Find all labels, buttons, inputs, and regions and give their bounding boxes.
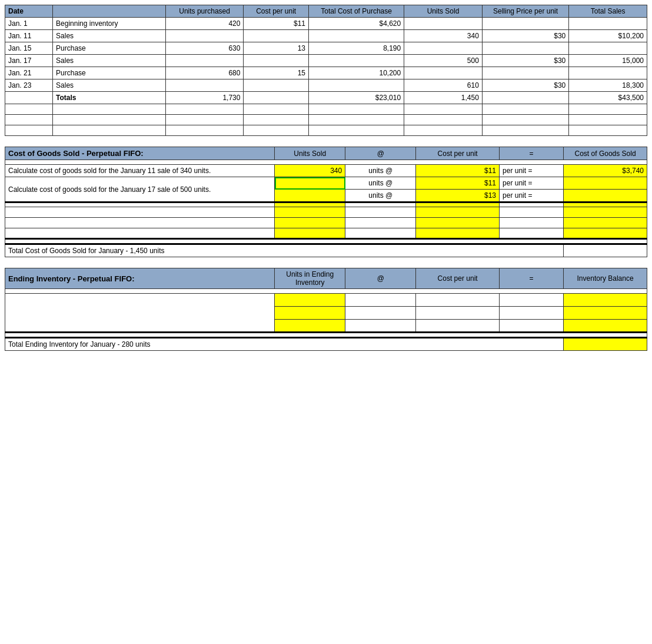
unitsSold-cell-1: 340 [404, 30, 483, 42]
unitsPurchased-cell-2: 630 [165, 42, 244, 55]
ending-cost-2 [416, 307, 500, 320]
jan17-label: Calculate cost of goods sold for the Jan… [5, 177, 275, 203]
ending-at-3 [345, 320, 416, 333]
event-cell-0: Beginning inventory [53, 18, 166, 30]
cogs-empty-1 [5, 203, 647, 207]
cogs-sep [5, 239, 647, 244]
cogs-empty-3 [5, 218, 647, 228]
totalSales-cell-5: 18,300 [569, 79, 647, 92]
cogs-total-label: Total Cost of Goods Sold for January - 1… [5, 244, 564, 257]
ending-balance-header: Inventory Balance [564, 268, 647, 289]
event-cell-2: Purchase [53, 42, 166, 55]
empty-top-cell [244, 115, 309, 125]
date-header: Date [5, 5, 53, 18]
ending-eq-2 [500, 307, 564, 320]
ending-units-2[interactable] [275, 307, 345, 320]
unitsPurchased-cell-1 [165, 30, 244, 42]
sellingPrice-cell-0 [482, 18, 568, 30]
empty-top-cell [53, 115, 166, 125]
jan17-at-2: units @ [345, 190, 416, 203]
jan11-row: Calculate cost of goods sold for the Jan… [5, 165, 647, 177]
ending-title: Ending Inventory - Perpetual FIFO: [5, 268, 275, 289]
cogs-empty-4 [5, 228, 647, 239]
ending-units-1[interactable] [275, 294, 345, 307]
empty-top-cell [165, 125, 244, 136]
empty-top-cell [308, 115, 404, 125]
unitsSold-cell-5: 610 [404, 79, 483, 92]
ending-inventory-table: Ending Inventory - Perpetual FIFO: Units… [5, 268, 647, 351]
jan11-cost[interactable]: $11 [416, 165, 500, 177]
empty-top-cell [244, 125, 309, 136]
empty-top-cell [5, 125, 53, 136]
costPerUnit-cell-6 [244, 92, 309, 104]
empty-top-cell [5, 115, 53, 125]
units-sold-header: Units Sold [404, 5, 483, 18]
empty-top-cell [404, 115, 483, 125]
cogs-empty-2 [5, 207, 647, 218]
unitsPurchased-cell-5 [165, 79, 244, 92]
empty-top-cell [404, 104, 483, 115]
total-sales-header: Total Sales [569, 5, 647, 18]
ending-eq-1 [500, 294, 564, 307]
ending-cost-3 [416, 320, 500, 333]
totalCost-cell-5 [308, 79, 404, 92]
cogs-table: Cost of Goods Sold - Perpetual FIFO: Uni… [5, 147, 647, 257]
jan17-cogs-1[interactable] [564, 177, 647, 190]
totalCost-cell-1 [308, 30, 404, 42]
totalSales-cell-6: $43,500 [569, 92, 647, 104]
cogs-equals-header: = [500, 147, 564, 160]
date-cell-5: Jan. 23 [5, 79, 53, 92]
jan11-cogs[interactable]: $3,740 [564, 165, 647, 177]
empty-top-cell [53, 125, 166, 136]
jan11-label: Calculate cost of goods sold for the Jan… [5, 165, 275, 177]
jan17-cost-1[interactable]: $11 [416, 177, 500, 190]
empty-top-cell [569, 125, 647, 136]
jan17-per-unit-1: per unit = [500, 177, 564, 190]
jan17-cost-2[interactable]: $13 [416, 190, 500, 203]
selling-price-header: Selling Price per unit [482, 5, 568, 18]
unitsSold-cell-4 [404, 67, 483, 79]
empty-top-cell [569, 104, 647, 115]
cost-per-unit-header: Cost per unit [244, 5, 309, 18]
ending-desc [5, 294, 275, 333]
costPerUnit-cell-1 [244, 30, 309, 42]
totalCost-cell-2: 8,190 [308, 42, 404, 55]
ending-at-header: @ [345, 268, 416, 289]
ending-balance-1[interactable] [564, 294, 647, 307]
event-cell-6: Totals [53, 92, 166, 104]
jan11-at: units @ [345, 165, 416, 177]
jan17-per-unit-2: per unit = [500, 190, 564, 203]
ending-balance-2[interactable] [564, 307, 647, 320]
totalSales-cell-0 [569, 18, 647, 30]
jan17-units-1[interactable] [275, 177, 345, 190]
ending-units-3[interactable] [275, 320, 345, 333]
empty-top-cell [308, 125, 404, 136]
cogs-cost-per-unit-header: Cost per unit [416, 147, 500, 160]
ending-total-value[interactable] [564, 338, 647, 351]
empty-top-cell [165, 104, 244, 115]
event-header [53, 5, 166, 18]
jan17-at-1: units @ [345, 177, 416, 190]
empty-top-cell [5, 104, 53, 115]
cogs-total-value[interactable] [564, 244, 647, 257]
totalSales-cell-3: 15,000 [569, 55, 647, 67]
totalSales-cell-1: $10,200 [569, 30, 647, 42]
sellingPrice-cell-2 [482, 42, 568, 55]
sellingPrice-cell-6 [482, 92, 568, 104]
jan17-units-2[interactable] [275, 190, 345, 203]
totalCost-cell-4: 10,200 [308, 67, 404, 79]
ending-units-header: Units in Ending Inventory [275, 268, 345, 289]
costPerUnit-cell-4: 15 [244, 67, 309, 79]
unitsPurchased-cell-6: 1,730 [165, 92, 244, 104]
sellingPrice-cell-5: $30 [482, 79, 568, 92]
total-cost-header: Total Cost of Purchase [308, 5, 404, 18]
cogs-units-sold-header: Units Sold [275, 147, 345, 160]
unitsSold-cell-6: 1,450 [404, 92, 483, 104]
ending-balance-3[interactable] [564, 320, 647, 333]
date-cell-3: Jan. 17 [5, 55, 53, 67]
unitsSold-cell-0 [404, 18, 483, 30]
units-purchased-header: Units purchased [165, 5, 244, 18]
event-cell-5: Sales [53, 79, 166, 92]
jan11-units[interactable]: 340 [275, 165, 345, 177]
jan17-cogs-2[interactable] [564, 190, 647, 203]
